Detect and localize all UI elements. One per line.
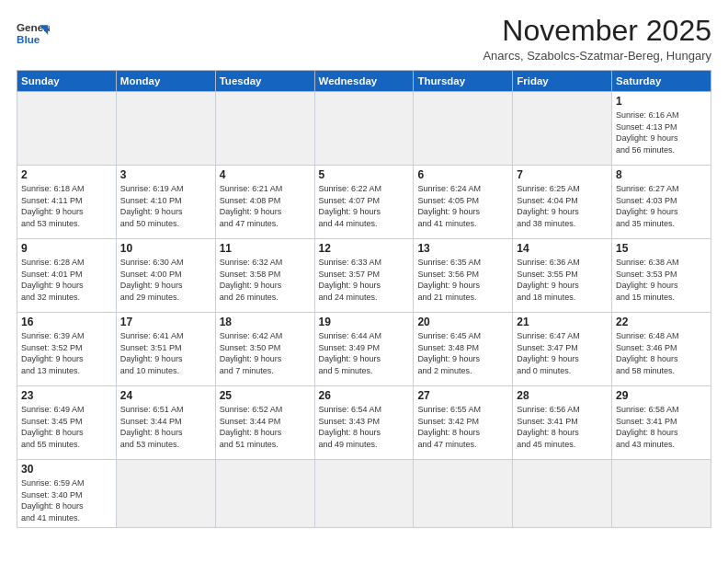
page: General Blue November 2025 Anarcs, Szabo… (0, 0, 728, 563)
day-info: Sunrise: 6:55 AM Sunset: 3:42 PM Dayligh… (417, 404, 508, 450)
calendar-header-saturday: Saturday (612, 71, 711, 92)
calendar-cell: 26Sunrise: 6:54 AM Sunset: 3:43 PM Dayli… (314, 386, 414, 460)
day-info: Sunrise: 6:33 AM Sunset: 3:57 PM Dayligh… (319, 257, 410, 303)
calendar-cell (215, 92, 314, 166)
calendar-cell (215, 460, 314, 527)
calendar-cell: 13Sunrise: 6:35 AM Sunset: 3:56 PM Dayli… (414, 239, 513, 313)
day-info: Sunrise: 6:16 AM Sunset: 4:13 PM Dayligh… (616, 109, 707, 155)
calendar-cell: 3Sunrise: 6:19 AM Sunset: 4:10 PM Daylig… (116, 166, 215, 239)
calendar-cell: 5Sunrise: 6:22 AM Sunset: 4:07 PM Daylig… (314, 166, 414, 239)
calendar-cell: 17Sunrise: 6:41 AM Sunset: 3:51 PM Dayli… (116, 313, 215, 386)
day-info: Sunrise: 6:45 AM Sunset: 3:48 PM Dayligh… (417, 330, 508, 376)
calendar-cell (513, 92, 612, 166)
day-number: 29 (616, 389, 707, 402)
calendar-cell: 4Sunrise: 6:21 AM Sunset: 4:08 PM Daylig… (215, 166, 314, 239)
day-number: 28 (517, 389, 608, 402)
day-number: 6 (417, 168, 508, 181)
calendar-cell: 2Sunrise: 6:18 AM Sunset: 4:11 PM Daylig… (17, 166, 117, 239)
day-number: 21 (517, 316, 608, 328)
day-number: 7 (517, 168, 608, 181)
day-number: 9 (21, 242, 112, 255)
calendar-cell: 10Sunrise: 6:30 AM Sunset: 4:00 PM Dayli… (116, 239, 215, 313)
calendar-week-row: 2Sunrise: 6:18 AM Sunset: 4:11 PM Daylig… (17, 166, 711, 239)
day-info: Sunrise: 6:47 AM Sunset: 3:47 PM Dayligh… (517, 330, 608, 376)
day-info: Sunrise: 6:48 AM Sunset: 3:46 PM Dayligh… (616, 330, 707, 376)
day-info: Sunrise: 6:32 AM Sunset: 3:58 PM Dayligh… (220, 257, 311, 303)
day-info: Sunrise: 6:30 AM Sunset: 4:00 PM Dayligh… (120, 257, 211, 303)
logo: General Blue (17, 18, 50, 52)
calendar-cell: 6Sunrise: 6:24 AM Sunset: 4:05 PM Daylig… (414, 166, 513, 239)
day-number: 22 (616, 316, 707, 328)
day-info: Sunrise: 6:25 AM Sunset: 4:04 PM Dayligh… (517, 183, 608, 229)
day-number: 12 (319, 242, 410, 255)
day-number: 15 (616, 242, 707, 255)
day-info: Sunrise: 6:36 AM Sunset: 3:55 PM Dayligh… (517, 257, 608, 303)
calendar-cell (513, 460, 612, 527)
day-number: 16 (21, 316, 112, 328)
day-info: Sunrise: 6:52 AM Sunset: 3:44 PM Dayligh… (220, 404, 311, 450)
calendar-cell: 15Sunrise: 6:38 AM Sunset: 3:53 PM Dayli… (612, 239, 711, 313)
day-number: 24 (120, 389, 211, 402)
calendar-cell (414, 92, 513, 166)
day-number: 17 (120, 316, 211, 328)
calendar-cell: 1Sunrise: 6:16 AM Sunset: 4:13 PM Daylig… (612, 92, 711, 166)
calendar-week-row: 16Sunrise: 6:39 AM Sunset: 3:52 PM Dayli… (17, 313, 711, 386)
day-number: 3 (120, 168, 211, 181)
day-info: Sunrise: 6:49 AM Sunset: 3:45 PM Dayligh… (21, 404, 112, 450)
calendar-cell (414, 460, 513, 527)
location-title: Anarcs, Szabolcs-Szatmar-Bereg, Hungary (483, 49, 711, 63)
calendar-cell: 19Sunrise: 6:44 AM Sunset: 3:49 PM Dayli… (314, 313, 414, 386)
calendar-week-row: 9Sunrise: 6:28 AM Sunset: 4:01 PM Daylig… (17, 239, 711, 313)
logo-icon: General Blue (17, 18, 50, 52)
day-info: Sunrise: 6:41 AM Sunset: 3:51 PM Dayligh… (120, 330, 211, 376)
day-info: Sunrise: 6:58 AM Sunset: 3:41 PM Dayligh… (616, 404, 707, 450)
day-info: Sunrise: 6:35 AM Sunset: 3:56 PM Dayligh… (417, 257, 508, 303)
calendar-cell (17, 92, 117, 166)
day-number: 11 (220, 242, 311, 255)
calendar-cell: 25Sunrise: 6:52 AM Sunset: 3:44 PM Dayli… (215, 386, 314, 460)
calendar-header-sunday: Sunday (17, 71, 117, 92)
calendar-header-monday: Monday (116, 71, 215, 92)
day-number: 23 (21, 389, 112, 402)
calendar-week-row: 30Sunrise: 6:59 AM Sunset: 3:40 PM Dayli… (17, 460, 711, 527)
day-number: 19 (319, 316, 410, 328)
calendar-cell: 30Sunrise: 6:59 AM Sunset: 3:40 PM Dayli… (17, 460, 117, 527)
svg-text:Blue: Blue (17, 33, 40, 45)
day-number: 2 (21, 168, 112, 181)
day-info: Sunrise: 6:24 AM Sunset: 4:05 PM Dayligh… (417, 183, 508, 229)
calendar: SundayMondayTuesdayWednesdayThursdayFrid… (17, 70, 711, 527)
calendar-header-tuesday: Tuesday (215, 71, 314, 92)
calendar-cell: 22Sunrise: 6:48 AM Sunset: 3:46 PM Dayli… (612, 313, 711, 386)
day-info: Sunrise: 6:54 AM Sunset: 3:43 PM Dayligh… (319, 404, 410, 450)
calendar-week-row: 23Sunrise: 6:49 AM Sunset: 3:45 PM Dayli… (17, 386, 711, 460)
calendar-cell (116, 92, 215, 166)
calendar-header-wednesday: Wednesday (314, 71, 414, 92)
day-number: 18 (220, 316, 311, 328)
calendar-cell: 16Sunrise: 6:39 AM Sunset: 3:52 PM Dayli… (17, 313, 117, 386)
day-info: Sunrise: 6:59 AM Sunset: 3:40 PM Dayligh… (21, 477, 112, 523)
day-number: 13 (417, 242, 508, 255)
calendar-cell: 20Sunrise: 6:45 AM Sunset: 3:48 PM Dayli… (414, 313, 513, 386)
calendar-cell: 27Sunrise: 6:55 AM Sunset: 3:42 PM Dayli… (414, 386, 513, 460)
calendar-cell: 18Sunrise: 6:42 AM Sunset: 3:50 PM Dayli… (215, 313, 314, 386)
calendar-cell: 24Sunrise: 6:51 AM Sunset: 3:44 PM Dayli… (116, 386, 215, 460)
title-area: November 2025 Anarcs, Szabolcs-Szatmar-B… (483, 15, 711, 63)
calendar-cell: 11Sunrise: 6:32 AM Sunset: 3:58 PM Dayli… (215, 239, 314, 313)
header: General Blue November 2025 Anarcs, Szabo… (17, 15, 711, 63)
day-info: Sunrise: 6:18 AM Sunset: 4:11 PM Dayligh… (21, 183, 112, 229)
day-info: Sunrise: 6:28 AM Sunset: 4:01 PM Dayligh… (21, 257, 112, 303)
day-info: Sunrise: 6:39 AM Sunset: 3:52 PM Dayligh… (21, 330, 112, 376)
day-info: Sunrise: 6:42 AM Sunset: 3:50 PM Dayligh… (220, 330, 311, 376)
calendar-header-thursday: Thursday (414, 71, 513, 92)
calendar-cell: 23Sunrise: 6:49 AM Sunset: 3:45 PM Dayli… (17, 386, 117, 460)
day-info: Sunrise: 6:56 AM Sunset: 3:41 PM Dayligh… (517, 404, 608, 450)
day-info: Sunrise: 6:38 AM Sunset: 3:53 PM Dayligh… (616, 257, 707, 303)
calendar-cell: 29Sunrise: 6:58 AM Sunset: 3:41 PM Dayli… (612, 386, 711, 460)
day-number: 5 (319, 168, 410, 181)
day-number: 8 (616, 168, 707, 181)
calendar-cell: 8Sunrise: 6:27 AM Sunset: 4:03 PM Daylig… (612, 166, 711, 239)
day-number: 26 (319, 389, 410, 402)
calendar-cell: 12Sunrise: 6:33 AM Sunset: 3:57 PM Dayli… (314, 239, 414, 313)
calendar-cell: 9Sunrise: 6:28 AM Sunset: 4:01 PM Daylig… (17, 239, 117, 313)
day-number: 25 (220, 389, 311, 402)
